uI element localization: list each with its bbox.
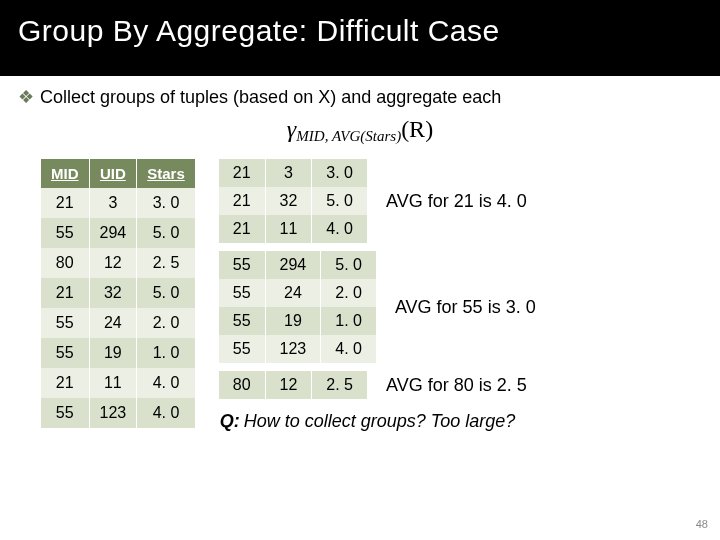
table-row: 55191. 0 (219, 307, 376, 335)
table-cell: 55 (41, 308, 89, 338)
formula-relation: (R) (401, 116, 433, 142)
col-uid: UID (90, 159, 137, 188)
avg-label: AVG for 21 is 4. 0 (386, 191, 527, 212)
table-cell: 21 (41, 188, 89, 218)
bullet-text: Collect groups of tuples (based on X) an… (40, 87, 501, 108)
bullet-item: ❖ Collect groups of tuples (based on X) … (18, 86, 702, 108)
table-row: 552945. 0 (41, 218, 195, 248)
col-mid: MID (41, 159, 89, 188)
table-row: 2133. 0 (219, 159, 367, 187)
table-cell: 12 (90, 248, 137, 278)
table-cell: 55 (219, 279, 265, 307)
table-cell: 4. 0 (321, 335, 376, 363)
table-cell: 55 (219, 335, 265, 363)
formula: γMID, AVG(Stars)(R) (18, 116, 702, 145)
question-row: Q: How to collect groups? Too large? (218, 411, 702, 432)
table-cell: 2. 0 (321, 279, 376, 307)
table-cell: 32 (266, 187, 312, 215)
slide-header: Group By Aggregate: Difficult Case (0, 0, 720, 76)
table-row: 21114. 0 (41, 368, 195, 398)
table-cell: 2. 0 (137, 308, 195, 338)
table-cell: 123 (90, 398, 137, 428)
table-row: 21325. 0 (41, 278, 195, 308)
slide-content: ❖ Collect groups of tuples (based on X) … (0, 76, 720, 432)
table-cell: 55 (41, 398, 89, 428)
table-row: 552945. 0 (219, 251, 376, 279)
table-cell: 2. 5 (312, 371, 367, 399)
question-prefix: Q: (220, 411, 240, 432)
formula-subscript: MID, AVG(Stars) (296, 128, 401, 144)
group-row: 80122. 5AVG for 80 is 2. 5 (218, 371, 702, 399)
table-cell: 4. 0 (137, 398, 195, 428)
table-cell: 3. 0 (312, 159, 367, 187)
col-stars: Stars (137, 159, 195, 188)
table-cell: 5. 0 (312, 187, 367, 215)
table-cell: 5. 0 (321, 251, 376, 279)
table-cell: 294 (266, 251, 321, 279)
table-cell: 32 (90, 278, 137, 308)
group-table: 552945. 055242. 055191. 0551234. 0 (218, 251, 377, 363)
diamond-bullet-icon: ❖ (18, 86, 34, 108)
table-cell: 1. 0 (137, 338, 195, 368)
group-table: 80122. 5 (218, 371, 368, 399)
table-header-row: MID UID Stars (41, 159, 195, 188)
table-cell: 123 (266, 335, 321, 363)
avg-label: AVG for 80 is 2. 5 (386, 375, 527, 396)
table-cell: 55 (219, 251, 265, 279)
group-table: 2133. 021325. 021114. 0 (218, 159, 368, 243)
table-cell: 4. 0 (137, 368, 195, 398)
table-row: 80122. 5 (41, 248, 195, 278)
table-cell: 55 (41, 218, 89, 248)
group-row: 2133. 021325. 021114. 0AVG for 21 is 4. … (218, 159, 702, 243)
table-row: 21114. 0 (219, 215, 367, 243)
group-row: 552945. 055242. 055191. 0551234. 0AVG fo… (218, 251, 702, 363)
table-cell: 21 (219, 215, 265, 243)
table-row: 2133. 0 (41, 188, 195, 218)
table-cell: 3. 0 (137, 188, 195, 218)
table-cell: 24 (266, 279, 321, 307)
tables-layout: MID UID Stars 2133. 0552945. 080122. 521… (18, 159, 702, 432)
table-cell: 21 (219, 159, 265, 187)
table-cell: 3 (266, 159, 312, 187)
table-row: 80122. 5 (219, 371, 367, 399)
table-cell: 24 (90, 308, 137, 338)
table-cell: 11 (266, 215, 312, 243)
avg-label: AVG for 55 is 3. 0 (395, 297, 536, 318)
source-table-body: 2133. 0552945. 080122. 521325. 055242. 0… (41, 188, 195, 428)
table-cell: 1. 0 (321, 307, 376, 335)
table-row: 551234. 0 (219, 335, 376, 363)
table-row: 551234. 0 (41, 398, 195, 428)
table-cell: 12 (266, 371, 312, 399)
gamma-symbol: γ (287, 116, 296, 142)
grouped-column: 2133. 021325. 021114. 0AVG for 21 is 4. … (218, 159, 702, 432)
table-cell: 55 (41, 338, 89, 368)
table-cell: 55 (219, 307, 265, 335)
table-row: 55242. 0 (41, 308, 195, 338)
slide-title: Group By Aggregate: Difficult Case (18, 14, 710, 48)
table-cell: 5. 0 (137, 278, 195, 308)
table-row: 21325. 0 (219, 187, 367, 215)
table-cell: 4. 0 (312, 215, 367, 243)
table-row: 55242. 0 (219, 279, 376, 307)
table-cell: 5. 0 (137, 218, 195, 248)
table-cell: 21 (41, 278, 89, 308)
slide-number: 48 (696, 518, 708, 530)
source-table: MID UID Stars 2133. 0552945. 080122. 521… (40, 159, 196, 428)
table-cell: 19 (266, 307, 321, 335)
question-text: How to collect groups? Too large? (244, 411, 516, 432)
table-cell: 3 (90, 188, 137, 218)
table-row: 55191. 0 (41, 338, 195, 368)
table-cell: 80 (41, 248, 89, 278)
table-cell: 21 (41, 368, 89, 398)
table-cell: 19 (90, 338, 137, 368)
table-cell: 2. 5 (137, 248, 195, 278)
table-cell: 21 (219, 187, 265, 215)
table-cell: 80 (219, 371, 265, 399)
table-cell: 11 (90, 368, 137, 398)
table-cell: 294 (90, 218, 137, 248)
